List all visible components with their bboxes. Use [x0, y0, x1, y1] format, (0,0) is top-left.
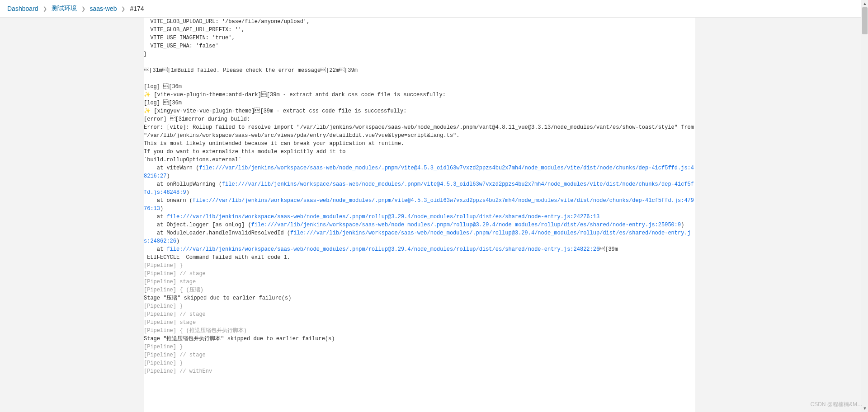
console-line: at file:///var/lib/jenkins/workspace/saa…	[144, 246, 618, 253]
console-line: [Pipeline] stage	[144, 279, 196, 285]
console-line: [Pipeline] }	[144, 262, 183, 269]
stack-trace-link[interactable]: file:///var/lib/jenkins/workspace/saas-w…	[251, 222, 681, 228]
console-line: }	[144, 51, 147, 57]
console-line: at onwarn (file:///var/lib/jenkins/works…	[144, 197, 694, 212]
console-line: [log] [36m	[144, 84, 182, 90]
stack-trace-link[interactable]: file:///var/lib/jenkins/workspace/saas-w…	[144, 197, 694, 212]
stack-trace-link[interactable]: file:///var/lib/jenkins/workspace/saas-w…	[144, 165, 694, 179]
breadcrumb-dashboard[interactable]: Dashboard	[7, 5, 38, 12]
stack-trace-link[interactable]: file:///var/lib/jenkins/workspace/saas-w…	[144, 230, 691, 244]
console-line: VITE_GLOB_UPLOAD_URL: '/base/file/anyone…	[144, 19, 310, 25]
console-line: [Pipeline] stage	[144, 319, 196, 326]
console-line: [Pipeline] { (压缩)	[144, 287, 203, 293]
console-line: at ModuleLoader.handleInvalidResolvedId …	[144, 230, 691, 244]
console-line: [log] [36m	[144, 100, 182, 106]
scroll-down-arrow-icon[interactable]: ▼	[861, 405, 868, 412]
console-line: [Pipeline] { (推送压缩包并执行脚本)	[144, 328, 247, 334]
stack-trace-link[interactable]: file:///var/lib/jenkins/workspace/saas-w…	[166, 246, 599, 253]
vertical-scrollbar[interactable]: ▲ ▼	[861, 0, 868, 412]
breadcrumb-build-number: #174	[130, 5, 144, 12]
breadcrumb-env[interactable]: 测试环境	[52, 5, 77, 13]
console-line: Stage "推送压缩包并执行脚本" skipped due to earlie…	[144, 336, 335, 342]
chevron-right-icon: ❯	[43, 6, 47, 12]
console-line: [Pipeline] }	[144, 303, 183, 309]
console-line: at onRollupWarning (file:///var/lib/jenk…	[144, 181, 694, 196]
console-output[interactable]: VITE_GLOB_UPLOAD_URL: '/base/file/anyone…	[144, 18, 695, 375]
console-line: [Pipeline] // stage	[144, 271, 206, 277]
breadcrumb: Dashboard ❯ 测试环境 ❯ saas-web ❯ #174	[0, 0, 868, 18]
sparkles-icon: ✨	[144, 108, 151, 114]
page-body: VITE_GLOB_UPLOAD_URL: '/base/file/anyone…	[0, 18, 868, 412]
console-line: ✨ [vite-vue-plugin-theme:antd-dark][39m…	[144, 92, 446, 98]
console-line: ✨ [xingyuv-vite-vue-plugin-theme][39m -…	[144, 108, 407, 114]
console-line: [Pipeline] }	[144, 360, 183, 366]
chevron-right-icon: ❯	[121, 6, 125, 12]
console-panel: VITE_GLOB_UPLOAD_URL: '/base/file/anyone…	[144, 18, 695, 412]
console-line: [Pipeline] }	[144, 344, 183, 350]
scrollbar-thumb[interactable]	[862, 7, 868, 34]
console-line: at viteWarn (file:///var/lib/jenkins/wor…	[144, 165, 694, 179]
console-line: Stage "压缩" skipped due to earlier failur…	[144, 295, 291, 301]
console-line: at file:///var/lib/jenkins/workspace/saa…	[144, 214, 599, 220]
console-line: ELIFECYCLE Command failed with exit code…	[144, 254, 290, 261]
stack-trace-link[interactable]: file:///var/lib/jenkins/workspace/saas-w…	[144, 181, 694, 196]
console-line: [Pipeline] // stage	[144, 352, 206, 358]
console-line: Error: [vite]: Rollup failed to resolve …	[144, 124, 697, 139]
console-line: If you do want to externalize this modul…	[144, 149, 345, 155]
console-line: [Pipeline] // stage	[144, 311, 206, 318]
console-line: [31m[1mBuild failed. Please check the …	[144, 67, 358, 74]
breadcrumb-job[interactable]: saas-web	[90, 5, 117, 12]
console-line: VITE_USE_IMAGEMIN: 'true',	[144, 35, 235, 41]
console-line: [Pipeline] // withEnv	[144, 368, 212, 375]
console-line: VITE_USE_PWA: 'false'	[144, 43, 219, 49]
console-line: VITE_GLOB_API_URL_PREFIX: '',	[144, 27, 245, 33]
console-line: at Object.logger [as onLog] (file:///var…	[144, 222, 684, 228]
console-line: [error] [31merror during build:	[144, 116, 250, 122]
sparkles-icon: ✨	[144, 92, 151, 98]
console-line: `build.rollupOptions.external`	[144, 157, 241, 163]
chevron-right-icon: ❯	[81, 6, 85, 12]
console-line: This is most likely unintended because i…	[144, 140, 404, 147]
stack-trace-link[interactable]: file:///var/lib/jenkins/workspace/saas-w…	[166, 214, 599, 220]
scroll-up-arrow-icon[interactable]: ▲	[861, 0, 868, 7]
